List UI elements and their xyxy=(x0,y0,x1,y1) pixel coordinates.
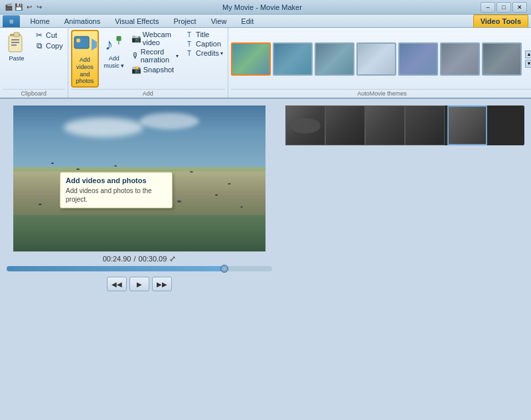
cut-button[interactable]: ✂ Cut xyxy=(32,30,65,40)
time-display: 00:24.90 / 00:30.09 ⤢ xyxy=(7,254,272,263)
add-videos-button[interactable]: Add videos and photos xyxy=(71,30,99,88)
cut-copy-group: ✂ Cut ⧉ Copy xyxy=(32,30,65,51)
svg-rect-4 xyxy=(11,44,17,46)
cut-label: Cut xyxy=(46,31,57,39)
themes-group-label: AutoMovie themes xyxy=(231,89,531,98)
quick-undo[interactable]: ↩ xyxy=(25,1,34,13)
theme-5[interactable] xyxy=(398,42,438,76)
text-buttons-col: T Title T Caption T Credits ▾ xyxy=(182,30,225,58)
themes-group: ▲ ▼ AutoMovie themes xyxy=(228,28,531,98)
snapshot-button[interactable]: 📸 Snapshot xyxy=(129,64,181,75)
webcam-label: Webcam video xyxy=(143,31,179,46)
progress-knob[interactable] xyxy=(220,265,228,273)
webcam-icon: 📷 xyxy=(131,34,141,43)
current-time: 00:24.90 xyxy=(103,255,131,263)
ribbon: Paste ✂ Cut ⧉ Copy Clipboard xyxy=(0,28,531,99)
ribbon-tabs: ≡ Home Animations Visual Effects Project… xyxy=(0,15,531,28)
theme-1[interactable] xyxy=(231,42,271,76)
add-videos-icon xyxy=(73,33,97,56)
svg-marker-7 xyxy=(92,38,97,50)
snapshot-label: Snapshot xyxy=(143,66,174,74)
title-button[interactable]: T Title xyxy=(182,30,225,39)
narration-icon: 🎙 xyxy=(131,51,139,60)
system-icon: 🎬 xyxy=(4,1,13,13)
cut-icon: ✂ xyxy=(34,31,44,40)
tab-project[interactable]: Project xyxy=(166,15,203,27)
add-music-icon: ♪ xyxy=(102,31,126,55)
fullscreen-button[interactable]: ⤢ xyxy=(169,254,176,263)
title-icon: T xyxy=(184,31,194,38)
tab-animations[interactable]: Animations xyxy=(57,15,108,27)
film-frame-5 xyxy=(447,105,487,145)
film-strip xyxy=(285,105,524,145)
paste-button[interactable]: Paste xyxy=(3,30,31,64)
timeline-panel xyxy=(279,99,531,420)
add-music-label: Add music ▾ xyxy=(104,55,124,70)
film-frame-2 xyxy=(325,105,365,145)
svg-text:♪: ♪ xyxy=(105,35,113,53)
playback-controls: ◀◀ ▶ ▶▶ xyxy=(7,277,272,291)
tab-visual-effects[interactable]: Visual Effects xyxy=(108,15,166,27)
credits-label: Credits xyxy=(196,49,219,57)
themes-scroll-up[interactable]: ▲ xyxy=(525,50,531,58)
clipboard-group-label: Clipboard xyxy=(3,89,65,98)
theme-6[interactable] xyxy=(440,42,480,76)
clipboard-group: Paste ✂ Cut ⧉ Copy Clipboard xyxy=(0,28,68,98)
copy-label: Copy xyxy=(46,42,63,50)
film-frame-3 xyxy=(365,105,405,145)
next-button[interactable]: ▶▶ xyxy=(152,277,172,291)
window-title: My Movie - Movie Maker xyxy=(44,3,481,11)
webcam-video-button[interactable]: 📷 Webcam video xyxy=(129,30,181,47)
add-music-button[interactable]: ♪ Add music ▾ xyxy=(100,30,128,71)
copy-icon: ⧉ xyxy=(34,41,44,50)
svg-rect-6 xyxy=(74,36,89,48)
paste-icon xyxy=(5,31,29,55)
title-bar: 🎬 💾 ↩ ↪ My Movie - Movie Maker – □ ✕ xyxy=(0,0,531,15)
add-group-label: Add xyxy=(71,89,225,98)
theme-2[interactable] xyxy=(273,42,313,76)
play-button[interactable]: ▶ xyxy=(129,277,149,291)
theme-4[interactable] xyxy=(356,42,396,76)
svg-rect-3 xyxy=(11,42,19,43)
video-panel: 00:24.90 / 00:30.09 ⤢ ◀◀ ▶ ▶▶ xyxy=(0,99,279,420)
quick-save[interactable]: 💾 xyxy=(15,1,24,13)
svg-rect-5 xyxy=(14,33,19,36)
add-videos-label: Add videos and photos xyxy=(74,56,96,85)
caption-button[interactable]: T Caption xyxy=(182,39,225,48)
tooltip: Add videos and photos Add videos and pho… xyxy=(60,172,173,208)
credits-icon: T xyxy=(184,50,194,57)
tooltip-title: Add videos and photos xyxy=(66,176,167,184)
svg-rect-1 xyxy=(9,36,22,52)
paste-label: Paste xyxy=(9,55,24,62)
title-label: Title xyxy=(196,31,209,38)
caption-label: Caption xyxy=(196,40,221,48)
copy-button[interactable]: ⧉ Copy xyxy=(32,40,65,51)
film-frame-4 xyxy=(405,105,445,145)
tab-video-tools[interactable]: Video Tools xyxy=(473,15,528,27)
film-frame-1 xyxy=(285,105,325,145)
snapshot-icon: 📸 xyxy=(131,65,142,74)
theme-3[interactable] xyxy=(315,42,354,76)
tab-view[interactable]: View xyxy=(204,15,234,27)
narration-label: Record narration xyxy=(141,48,175,64)
quick-redo[interactable]: ↪ xyxy=(35,1,44,13)
prev-button[interactable]: ◀◀ xyxy=(107,277,127,291)
minimize-button[interactable]: – xyxy=(481,2,495,13)
close-button[interactable]: ✕ xyxy=(512,2,527,13)
maximize-button[interactable]: □ xyxy=(496,2,511,13)
total-time: 00:30.09 xyxy=(139,255,167,263)
tooltip-description: Add videos and photos to the project. xyxy=(66,186,167,204)
file-menu-button[interactable]: ≡ xyxy=(3,15,20,27)
theme-7[interactable] xyxy=(482,42,522,76)
add-group: Add videos and photos ♪ Add music ▾ 📷 We… xyxy=(68,28,228,98)
credits-button[interactable]: T Credits ▾ xyxy=(182,48,225,58)
themes-scroll-down[interactable]: ▼ xyxy=(525,60,531,68)
tab-edit[interactable]: Edit xyxy=(234,15,261,27)
caption-icon: T xyxy=(184,40,194,48)
tab-home[interactable]: Home xyxy=(23,15,56,27)
record-narration-button[interactable]: 🎙 Record narration ▾ xyxy=(129,47,181,64)
progress-fill xyxy=(7,266,224,271)
media-buttons-col: 📷 Webcam video 🎙 Record narration ▾ 📸 Sn… xyxy=(129,30,181,75)
svg-rect-2 xyxy=(11,39,19,40)
progress-bar[interactable] xyxy=(7,266,272,271)
